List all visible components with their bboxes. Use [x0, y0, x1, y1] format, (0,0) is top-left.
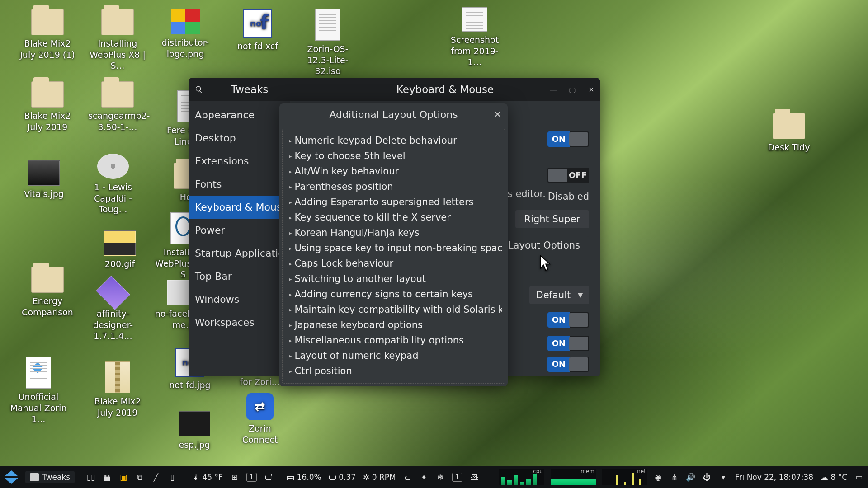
desktop-folder[interactable]: Installing WebPlus X8 | S… [88, 9, 147, 71]
chevron-right-icon: ▸ [289, 368, 292, 375]
desktop-archive[interactable]: Blake Mix2 July 2019 [88, 361, 147, 418]
desktop-app[interactable]: affinity-designer-1.7.1.4… [84, 280, 142, 342]
sidebar-item-workspaces[interactable]: Workspaces [189, 311, 290, 334]
indicator-icon[interactable]: ▯▯ [86, 473, 95, 482]
indicator-icon[interactable]: ⧉ [135, 473, 144, 482]
desktop-folder[interactable]: scangearmp2-3.50-1-… [88, 81, 147, 132]
screenshot-icon[interactable]: 🖼 [470, 473, 479, 482]
start-menu-button[interactable] [5, 470, 18, 484]
snowflake-icon[interactable]: ❄ [436, 473, 445, 482]
power-icon[interactable]: ⏻ [703, 473, 712, 482]
workspace-number[interactable]: 1 [246, 473, 257, 482]
sidebar-item-topbar[interactable]: Top Bar [189, 265, 290, 288]
desktop-app[interactable]: ⇄Zorin Connect [231, 393, 289, 445]
layout-option-row[interactable]: ▸Caps Lock behaviour [285, 256, 502, 271]
search-button[interactable] [189, 78, 209, 101]
puzzle-icon[interactable]: ✦ [420, 473, 429, 482]
sidebar-item-keyboard-mouse[interactable]: Keyboard & Mouse [189, 196, 290, 219]
toggle-1[interactable]: ON [547, 131, 589, 147]
net-graph[interactable]: net [602, 469, 647, 485]
desktop-image[interactable]: esp.jpg [165, 411, 224, 450]
accessibility-icon[interactable]: ◉ [654, 473, 663, 482]
fan-rpm: 0 RPM [372, 473, 396, 482]
layout-option-row[interactable]: ▸Alt/Win key behaviour [285, 164, 502, 179]
chevron-down-icon[interactable]: ▾ [719, 473, 728, 482]
popover-list[interactable]: ▸Numeric keypad Delete behaviour▸Key to … [282, 129, 505, 384]
maximize-button[interactable]: ▢ [567, 85, 577, 94]
layout-option-row[interactable]: ▸Parentheses position [285, 179, 502, 194]
desktop-disc[interactable]: 1 - Lewis Capaldi - Toug… [84, 154, 142, 215]
layout-option-row[interactable]: ▸Using space key to input non-breaking s… [285, 240, 502, 256]
desktop-folder[interactable]: Desk Tidy [760, 113, 818, 153]
close-button[interactable]: ✕ [586, 85, 596, 94]
workspace-icon[interactable]: ⊞ [230, 473, 239, 482]
taskbar-app-tweaks[interactable]: Tweaks [25, 471, 75, 483]
desktop-image[interactable]: 200.gif [90, 230, 149, 270]
indicator-icon[interactable]: ▦ [103, 473, 112, 482]
default-select[interactable]: Default ▼ [529, 286, 589, 304]
sidebar-item-windows[interactable]: Windows [189, 288, 290, 311]
icon-label: Vitals.jpg [14, 188, 73, 200]
icon-label: affinity-designer-1.7.1.4… [84, 308, 142, 342]
network-icon[interactable]: ⋔ [670, 473, 679, 482]
layout-option-row[interactable]: ▸Layout of numeric keypad [285, 348, 502, 363]
layout-option-label: Layout of numeric keypad [295, 350, 419, 361]
right-super-button[interactable]: Right Super [515, 210, 590, 228]
indicator-icon[interactable]: ▯ [168, 473, 177, 482]
layout-option-row[interactable]: ▸Adding Esperanto supersigned letters [285, 194, 502, 210]
layout-option-row[interactable]: ▸Key to choose 5th level [285, 148, 502, 164]
window-titlebar[interactable]: Tweaks Keyboard & Mouse — ▢ ✕ [189, 78, 600, 101]
mem-graph[interactable]: mem [551, 469, 596, 485]
sidebar-item-fonts[interactable]: Fonts [189, 173, 290, 196]
desktop-image[interactable]: notfnot fd.xcf [228, 9, 287, 52]
layout-option-row[interactable]: ▸Japanese keyboard options [285, 317, 502, 333]
icon-label: Unofficial Manual Zorin 1… [9, 391, 68, 425]
weather: 8 °C [830, 473, 847, 482]
desktop-document[interactable]: Zorin-OS-12.3-Lite-32.iso [298, 9, 357, 77]
layout-option-row[interactable]: ▸Maintain key compatibility with old Sol… [285, 302, 502, 317]
indicator-icon[interactable]: ╱ [151, 473, 160, 482]
sidebar-item-extensions[interactable]: Extensions [189, 150, 290, 173]
monitor-icon[interactable]: 🖵 [264, 473, 273, 482]
notif-count[interactable]: 1 [452, 473, 463, 482]
icon-label: Zorin Connect [231, 423, 289, 445]
desktop-image[interactable]: Screenshot from 2019-1… [445, 7, 504, 68]
volume-icon[interactable]: 🔊 [686, 473, 695, 482]
layout-option-row[interactable]: ▸Korean Hangul/Hanja keys [285, 225, 502, 240]
taskbar[interactable]: Tweaks ▯▯ ▦ ▣ ⧉ ╱ ▯ 🌡 45 °F ⊞ 1 🖵 🖴 16.0… [0, 466, 868, 488]
desktop-image[interactable]: distributor-logo.png [156, 9, 215, 59]
cat-icon[interactable]: ᓚ [403, 473, 412, 482]
desktop-document[interactable]: Unofficial Manual Zorin 1… [9, 357, 68, 425]
chevron-right-icon: ▸ [289, 199, 292, 206]
toggle-5[interactable]: ON [547, 357, 589, 372]
popover-close-button[interactable]: ✕ [494, 109, 501, 120]
layout-option-row[interactable]: ▸Miscellaneous compatibility options [285, 333, 502, 348]
layout-options-button[interactable]: Layout Options [499, 236, 589, 254]
popover-title: Additional Layout Options [329, 109, 458, 120]
layout-option-row[interactable]: ▸Switching to another layout [285, 271, 502, 286]
desktop-folder[interactable]: Blake Mix2 July 2019 (1) [18, 9, 77, 60]
sidebar-item-startup[interactable]: Startup Applications [189, 242, 290, 265]
layout-option-row[interactable]: ▸Adding currency signs to certain keys [285, 286, 502, 302]
layout-option-row[interactable]: ▸Ctrl position [285, 363, 502, 379]
sidebar-item-power[interactable]: Power [189, 219, 290, 242]
chevron-right-icon: ▸ [289, 153, 292, 160]
layout-option-row[interactable]: ▸Numeric keypad Delete behaviour [285, 133, 502, 148]
desktop-image[interactable]: Vitals.jpg [14, 160, 73, 200]
layout-option-label: Japanese keyboard options [295, 319, 423, 330]
desktop-folder[interactable]: Blake Mix2 July 2019 [18, 81, 77, 132]
indicator-icon[interactable]: ▣ [119, 473, 128, 482]
app-title: Tweaks [209, 84, 290, 95]
toggle-4[interactable]: ON [547, 336, 589, 351]
toggle-3[interactable]: ON [547, 312, 589, 328]
layout-option-row[interactable]: ▸Key sequence to kill the X server [285, 210, 502, 225]
cpu-graph[interactable]: cpu [499, 469, 544, 485]
minimize-button[interactable]: — [548, 85, 558, 94]
desktop-folder[interactable]: Energy Comparison [18, 267, 77, 318]
toggle-2[interactable]: OFF [547, 168, 589, 183]
sidebar-item-appearance[interactable]: Appearance [189, 103, 290, 127]
chevron-right-icon: ▸ [289, 245, 292, 252]
sidebar-item-desktop[interactable]: Desktop [189, 127, 290, 150]
tray-icon[interactable]: ▭ [854, 473, 863, 482]
clock[interactable]: Fri Nov 22, 18:07:38 [735, 473, 813, 482]
